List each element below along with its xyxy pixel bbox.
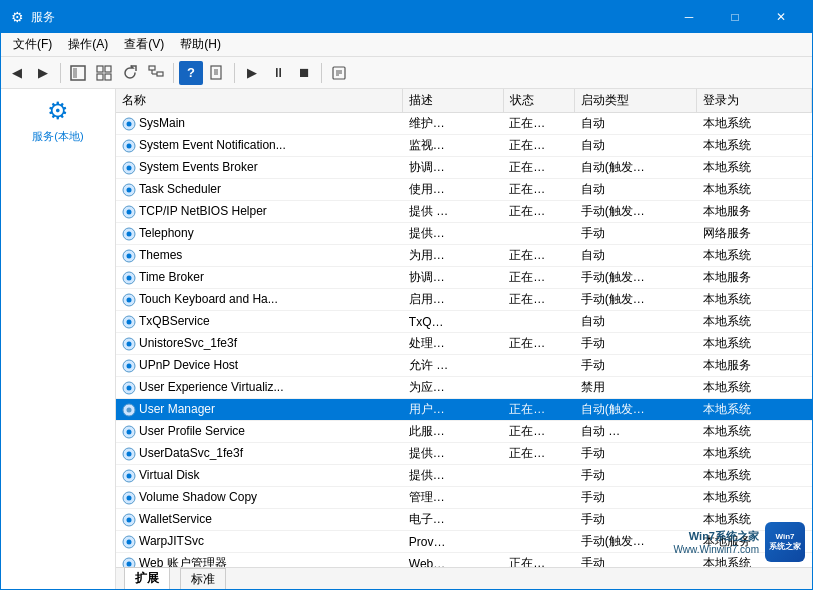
service-desc-cell: 维护… <box>403 113 503 135</box>
service-status-cell: 正在… <box>503 333 575 355</box>
col-header-desc[interactable]: 描述 <box>403 89 503 113</box>
service-icon <box>122 513 136 527</box>
service-login-cell: 本地系统 <box>697 289 812 311</box>
service-desc-cell: 提供… <box>403 223 503 245</box>
service-status-cell <box>503 355 575 377</box>
service-desc-cell: Prov… <box>403 531 503 553</box>
maximize-button[interactable]: □ <box>712 1 758 33</box>
svg-point-55 <box>127 517 132 522</box>
service-desc-cell: 为应… <box>403 377 503 399</box>
service-startup-cell: 自动 <box>575 113 697 135</box>
table-row[interactable]: Virtual Disk提供…手动本地系统 <box>116 465 812 487</box>
svg-point-19 <box>127 121 132 126</box>
table-row[interactable]: Themes为用…正在…自动本地系统 <box>116 245 812 267</box>
tab-extended[interactable]: 扩展 <box>124 567 170 589</box>
table-row[interactable]: Telephony提供…手动网络服务 <box>116 223 812 245</box>
table-row[interactable]: System Events Broker协调…正在…自动(触发…本地系统 <box>116 157 812 179</box>
title-bar-buttons: ─ □ ✕ <box>666 1 804 33</box>
service-startup-cell: 自动 <box>575 245 697 267</box>
col-header-status[interactable]: 状态 <box>503 89 575 113</box>
service-icon <box>122 293 136 307</box>
svg-point-43 <box>127 385 132 390</box>
minimize-button[interactable]: ─ <box>666 1 712 33</box>
service-startup-cell: 自动 … <box>575 421 697 443</box>
tab-standard[interactable]: 标准 <box>180 568 226 590</box>
col-header-login[interactable]: 登录为 <box>697 89 812 113</box>
service-name-cell: UserDataSvc_1fe3f <box>116 443 403 465</box>
service-startup-cell: 手动(触发… <box>575 289 697 311</box>
menu-bar: 文件(F) 操作(A) 查看(V) 帮助(H) <box>1 33 812 57</box>
service-startup-cell: 手动(触发… <box>575 201 697 223</box>
help-button[interactable]: ? <box>179 61 203 85</box>
service-desc-cell: 提供… <box>403 443 503 465</box>
service-icon <box>122 337 136 351</box>
service-icon <box>122 161 136 175</box>
stop-button[interactable]: ⏹ <box>292 61 316 85</box>
view-button[interactable] <box>92 61 116 85</box>
svg-rect-7 <box>157 72 163 76</box>
table-row[interactable]: Task Scheduler使用…正在…自动本地系统 <box>116 179 812 201</box>
table-row[interactable]: UserDataSvc_1fe3f提供…正在…手动本地系统 <box>116 443 812 465</box>
table-row[interactable]: TCP/IP NetBIOS Helper提供 …正在…手动(触发…本地服务 <box>116 201 812 223</box>
forward-button[interactable]: ▶ <box>31 61 55 85</box>
table-row[interactable]: Volume Shadow Copy管理…手动本地系统 <box>116 487 812 509</box>
menu-file[interactable]: 文件(F) <box>5 34 60 55</box>
svg-point-23 <box>127 165 132 170</box>
table-row[interactable]: UnistoreSvc_1fe3f处理…正在…手动本地系统 <box>116 333 812 355</box>
service-login-cell: 本地服务 <box>697 355 812 377</box>
sidebar: ⚙ 服务(本地) <box>1 89 116 589</box>
svg-rect-4 <box>97 74 103 80</box>
service-login-cell: 本地系统 <box>697 311 812 333</box>
service-status-cell <box>503 465 575 487</box>
service-status-cell: 正在… <box>503 157 575 179</box>
main-window: ⚙ 服务 ─ □ ✕ 文件(F) 操作(A) 查看(V) 帮助(H) ◀ ▶ ? <box>0 0 813 590</box>
back-button[interactable]: ◀ <box>5 61 29 85</box>
service-name-cell: User Experience Virtualiz... <box>116 377 403 399</box>
svg-point-21 <box>127 143 132 148</box>
toolbar-separator-3 <box>234 63 235 83</box>
service-status-cell: 正在… <box>503 267 575 289</box>
table-row[interactable]: System Event Notification...监视…正在…自动本地系统 <box>116 135 812 157</box>
service-icon <box>122 491 136 505</box>
toolbar-separator-4 <box>321 63 322 83</box>
table-row[interactable]: UPnP Device Host允许 …手动本地服务 <box>116 355 812 377</box>
menu-view[interactable]: 查看(V) <box>116 34 172 55</box>
toolbar-separator-2 <box>173 63 174 83</box>
services-table: 名称 描述 状态 启动类型 登录为 SysMain维护…正在…自动本地系统Sys… <box>116 89 812 567</box>
watermark-logo: Win7系统之家 <box>765 522 805 562</box>
service-login-cell: 本地系统 <box>697 135 812 157</box>
table-row[interactable]: Touch Keyboard and Ha...启用…正在…手动(触发…本地系统 <box>116 289 812 311</box>
refresh-button[interactable] <box>118 61 142 85</box>
table-row[interactable]: User Profile Service此服…正在…自动 …本地系统 <box>116 421 812 443</box>
service-login-cell: 本地系统 <box>697 487 812 509</box>
table-row[interactable]: User Manager用户…正在…自动(触发…本地系统 <box>116 399 812 421</box>
properties-button[interactable] <box>327 61 351 85</box>
service-status-cell: 正在… <box>503 443 575 465</box>
col-header-startup[interactable]: 启动类型 <box>575 89 697 113</box>
services-table-container[interactable]: 名称 描述 状态 启动类型 登录为 SysMain维护…正在…自动本地系统Sys… <box>116 89 812 567</box>
tree-button[interactable] <box>144 61 168 85</box>
service-login-cell: 本地系统 <box>697 421 812 443</box>
col-header-name[interactable]: 名称 <box>116 89 403 113</box>
watermark: Win7系统之家 Www.Winwin7.com Win7系统之家 <box>673 522 805 562</box>
service-name-cell: Time Broker <box>116 267 403 289</box>
show-hide-button[interactable] <box>66 61 90 85</box>
close-button[interactable]: ✕ <box>758 1 804 33</box>
pause-button[interactable]: ⏸ <box>266 61 290 85</box>
service-icon <box>122 425 136 439</box>
service-startup-cell: 手动 <box>575 465 697 487</box>
menu-help[interactable]: 帮助(H) <box>172 34 229 55</box>
table-row[interactable]: User Experience Virtualiz...为应…禁用本地系统 <box>116 377 812 399</box>
menu-action[interactable]: 操作(A) <box>60 34 116 55</box>
service-startup-cell: 自动(触发… <box>575 157 697 179</box>
service-desc-cell: 为用… <box>403 245 503 267</box>
table-row[interactable]: Time Broker协调…正在…手动(触发…本地服务 <box>116 267 812 289</box>
service-icon <box>122 535 136 549</box>
table-row[interactable]: TxQBServiceTxQ…自动本地系统 <box>116 311 812 333</box>
export-button[interactable] <box>205 61 229 85</box>
table-row[interactable]: SysMain维护…正在…自动本地系统 <box>116 113 812 135</box>
play-button[interactable]: ▶ <box>240 61 264 85</box>
main-area: 名称 描述 状态 启动类型 登录为 SysMain维护…正在…自动本地系统Sys… <box>116 89 812 589</box>
sidebar-label: 服务(本地) <box>32 129 83 144</box>
watermark-line1: Win7系统之家 <box>673 529 759 544</box>
